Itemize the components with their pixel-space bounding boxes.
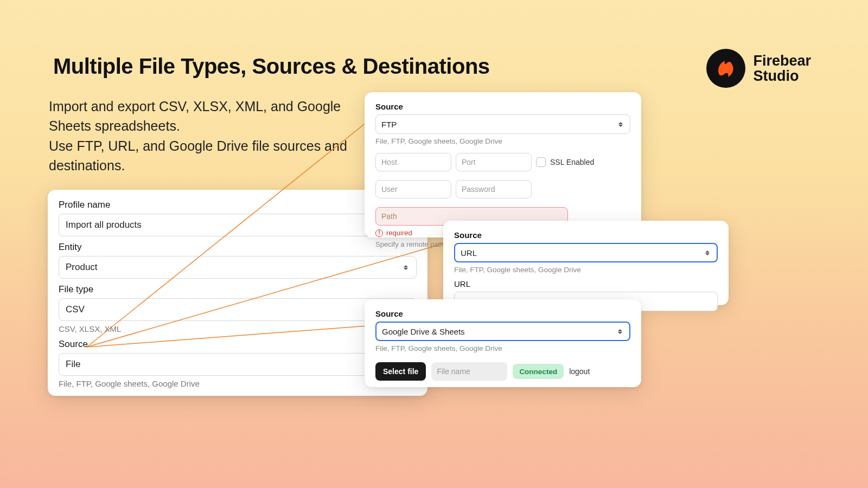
source-select[interactable]: File [59, 353, 417, 376]
gdrive-source-helper: File, FTP, Google sheets, Google Drive [375, 344, 630, 352]
warning-icon: ! [375, 229, 383, 237]
ftp-path-placeholder: Path [381, 212, 397, 221]
source-url-card: Source URL File, FTP, Google sheets, Goo… [443, 221, 729, 305]
url-source-value: URL [461, 248, 477, 258]
gdrive-logout-link[interactable]: logout [569, 367, 590, 376]
url-source-helper: File, FTP, Google sheets, Google Drive [454, 266, 718, 274]
ftp-password-input[interactable]: Password [456, 180, 532, 198]
page-description: Import and export CSV, XLSX, XML, and Go… [49, 97, 358, 175]
required-text: required [386, 229, 412, 237]
logo: Firebear Studio [706, 49, 811, 88]
chevron-up-down-icon [616, 326, 624, 337]
file-type-helper: CSV, XLSX, XML [59, 324, 417, 333]
ftp-port-input[interactable]: Port [456, 153, 532, 171]
gdrive-filename-placeholder: File name [437, 367, 470, 376]
file-type-label: File type [59, 284, 417, 295]
chevron-up-down-icon [617, 119, 624, 130]
logo-text-line-1: Firebear [753, 53, 811, 68]
ftp-source-label: Source [375, 102, 630, 111]
ftp-user-input[interactable]: User [375, 180, 451, 198]
ftp-user-placeholder: User [381, 185, 398, 194]
firebear-logo-icon [706, 49, 745, 88]
page-title: Multiple File Types, Sources & Destinati… [53, 54, 490, 79]
gdrive-source-select[interactable]: Google Drive & Sheets [375, 322, 630, 341]
select-file-button[interactable]: Select file [375, 362, 426, 381]
ssl-enabled-wrap: SSL Enabled [536, 153, 594, 171]
description-line-2: Use FTP, URL, and Google Drive file sour… [49, 136, 358, 176]
logo-text: Firebear Studio [753, 53, 811, 84]
ftp-password-placeholder: Password [462, 185, 495, 194]
source-label: Source [59, 339, 417, 350]
file-type-select[interactable]: CSV [59, 298, 417, 321]
description-line-1: Import and export CSV, XLSX, XML, and Go… [49, 97, 358, 136]
ftp-source-select[interactable]: FTP [375, 114, 630, 134]
source-gdrive-card: Source Google Drive & Sheets File, FTP, … [365, 299, 641, 387]
ftp-host-input[interactable]: Host [375, 153, 451, 171]
source-ftp-card: Source FTP File, FTP, Google sheets, Goo… [365, 92, 641, 237]
logo-text-line-2: Studio [753, 68, 811, 84]
ssl-enabled-checkbox[interactable] [536, 157, 546, 167]
chevron-up-down-icon [704, 247, 711, 258]
profile-name-value: Import all products [66, 220, 142, 230]
entity-label: Entity [59, 242, 417, 253]
source-helper: File, FTP, Google sheets, Google Drive [59, 379, 417, 388]
profile-name-label: Profile name [59, 200, 417, 210]
gdrive-source-label: Source [375, 309, 630, 318]
gdrive-status-badge: Connected [513, 364, 564, 379]
file-type-value: CSV [66, 304, 85, 315]
url-field-label: URL [454, 279, 718, 288]
entity-value: Product [66, 262, 98, 273]
gdrive-filename-input[interactable]: File name [431, 362, 507, 381]
source-value: File [66, 359, 80, 370]
url-source-label: Source [454, 230, 718, 240]
gdrive-source-value: Google Drive & Sheets [382, 327, 465, 336]
chevron-up-down-icon [402, 262, 410, 273]
ssl-enabled-label: SSL Enabled [550, 158, 594, 166]
ftp-source-value: FTP [381, 120, 397, 129]
ftp-port-placeholder: Port [462, 158, 476, 166]
ftp-source-helper: File, FTP, Google sheets, Google Drive [375, 137, 630, 145]
profile-name-input[interactable]: Import all products [59, 214, 417, 236]
ftp-host-placeholder: Host [381, 158, 397, 166]
url-source-select[interactable]: URL [454, 243, 718, 262]
entity-select[interactable]: Product [59, 256, 417, 279]
